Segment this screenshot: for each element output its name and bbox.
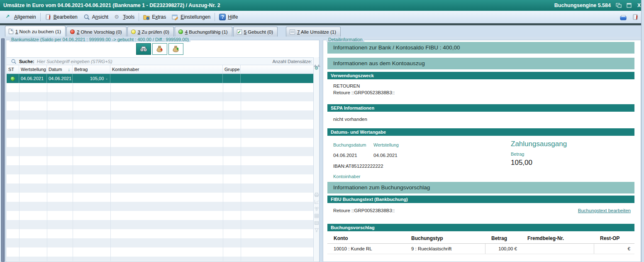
column-header-datum[interactable]: Datum↓ [47, 65, 73, 73]
sepa-header: SEPA Informationen [327, 104, 634, 112]
bv-table-row[interactable]: 10010 : Kunde RL 9 : Ruecklastschrift 10… [327, 244, 634, 254]
bv-col-betrag: Betrag [485, 233, 521, 243]
payments-in-button[interactable] [168, 43, 183, 55]
edit-notebook-icon [45, 14, 51, 20]
window-switch-icon[interactable] [616, 3, 622, 8]
search-label: Suche: [19, 59, 34, 64]
bv-cell-konto: 10010 : Kunde RL [327, 244, 405, 254]
titlebar: Umsätze in Euro vom 04.06.2021-04.06.202… [0, 0, 644, 11]
tab-label: 4 Buchungsfähig (1) [185, 29, 228, 34]
search-icon [11, 59, 17, 64]
bv-col-fremdbeleg: Fremdbeleg-Nr. [521, 233, 594, 243]
table-side-strip: ⚙ [313, 57, 319, 261]
kontoinhaber-label: Kontoinhaber [333, 174, 360, 179]
buchungsdatum-value: 04.06.2021 [333, 153, 357, 158]
verwendungszweck-header: Verwendungszweck [327, 72, 634, 79]
edit-booking-text-link[interactable]: Buchungstext bearbeiten [578, 208, 631, 213]
menu-tools[interactable]: ⚙ Tools [111, 12, 137, 22]
bv-table-header: Konto Buchungstyp Betrag Fremdbeleg-Nr. … [327, 233, 634, 244]
betrag-label: Betrag [511, 152, 524, 157]
notebook-icon [632, 14, 639, 20]
buchungsvorschlag-table: Konto Buchungstyp Betrag Fremdbeleg-Nr. … [327, 233, 634, 254]
bank-info-bar: Informationen zur Bank / Kontosaldo FIBU… [327, 42, 634, 54]
menu-ansicht[interactable]: Ansicht [80, 12, 111, 22]
chart-icon[interactable] [314, 199, 319, 204]
yellow-ball-icon [131, 29, 136, 34]
table-row-selected[interactable]: 04.06.2021 04.06.2021 105,00- [7, 74, 314, 83]
sepa-value: nicht vorhanden [333, 117, 367, 122]
tab-strip: 1 Noch zu buchen (1) 2 Ohne Vorschlag (0… [0, 25, 644, 37]
list-icon [290, 29, 295, 34]
cell-wertstellung: 04.06.2021 [19, 74, 47, 83]
tab-noch-zu-buchen[interactable]: 1 Noch zu buchen (1) [5, 26, 66, 37]
print-icon[interactable] [314, 192, 319, 197]
tab-label: 1 Noch zu buchen (1) [15, 29, 61, 34]
bv-cell-restop: € [594, 244, 634, 254]
column-header-gruppe[interactable]: Gruppe [223, 65, 241, 73]
tab-ohne-vorschlag[interactable]: 2 Ohne Vorschlag (0) [66, 27, 127, 37]
fibu-header: FIBU Buchungstext (Bankbuchung) [327, 196, 634, 203]
magnifier-icon [83, 14, 90, 20]
column-header-wertstellung[interactable]: Wertstellung [19, 65, 47, 73]
iban-value: IBAN:AT851222222222 [333, 164, 383, 169]
maximize-icon[interactable] [627, 3, 632, 8]
menu-einstellungen[interactable]: Einstellungen [169, 12, 213, 22]
bankumsaetze-group-label: Bankumsätze (Saldo per 04.06.2021 : 9999… [10, 37, 190, 42]
buchungsdatum-label: Buchungsdatum [333, 142, 366, 147]
gears-icon: ⚙ [114, 14, 121, 20]
buchungsvorschlag-header: Buchungsvorschlag [327, 224, 634, 231]
left-splitter-handle[interactable] [1, 38, 5, 262]
menu-label-part: Extras [152, 14, 166, 20]
disabled-toolbar [314, 192, 319, 233]
table-icon[interactable] [314, 220, 319, 225]
notebook-button[interactable] [629, 12, 642, 22]
tab-gebucht[interactable]: ✓ 5 Gebucht (0) [233, 27, 278, 37]
sort-descending-icon: ↓ [68, 67, 70, 72]
menu-label-part: Allgemein [14, 14, 36, 20]
app-version-label: Buchungsengine 5.584 [554, 2, 611, 8]
cell-gruppe [223, 74, 241, 83]
fibu-text: Retoure ::GRP00523B38B3:: [333, 208, 395, 213]
menu-bearbeiten[interactable]: Bearbeiten [42, 12, 80, 22]
tab-label: 7 Alle Umsätze (1) [297, 29, 336, 34]
folder-extras-icon [143, 14, 150, 20]
column-header-kontoinhaber[interactable]: Kontoinhaber [110, 65, 223, 73]
empty-rows-area [7, 83, 314, 261]
menu-allgemein[interactable]: ↗ Allgemein [2, 12, 39, 22]
bv-col-buchungstyp: Buchungstyp [405, 233, 485, 243]
betrag-value: 105,00 [511, 159, 532, 167]
red-ball-icon [70, 29, 75, 34]
tab-zu-pruefen[interactable]: 3 Zu prüfen (0) [127, 27, 174, 37]
menu-separator [40, 13, 41, 21]
column-header-betrag[interactable]: Betrag [73, 65, 110, 73]
menu-hilfe[interactable]: ? Hilfe [216, 12, 241, 22]
gear-icon[interactable]: ⚙ [314, 66, 319, 71]
checkbox-icon: ✓ [237, 29, 242, 34]
payments-out-button[interactable] [152, 43, 167, 55]
status-green-ball-icon [10, 76, 15, 81]
cell-kontoinhaber [110, 74, 223, 83]
search-input[interactable] [37, 59, 273, 64]
detail-panel: Detailinformation Informationen zur Bank… [323, 40, 641, 262]
cell-filler [241, 74, 314, 83]
group-circles-icon[interactable] [314, 206, 319, 211]
help-icon: ? [219, 14, 226, 20]
menu-label-part: Bearbeiten [54, 14, 78, 20]
close-icon[interactable]: X [637, 3, 641, 8]
tab-buchungsfaehig[interactable]: 4 Buchungsfähig (1) [175, 27, 232, 37]
show-all-binoculars-button[interactable] [136, 43, 151, 55]
moneybag-green-arrow-icon [172, 46, 180, 52]
column-header-filler [241, 65, 314, 73]
column-header-st[interactable]: ST [7, 65, 19, 73]
binoculars-icon [140, 46, 147, 52]
drawer-icon [620, 14, 626, 20]
grid-icon[interactable] [314, 213, 319, 218]
menu-extras[interactable]: Extras [140, 12, 169, 22]
verwendungszweck-line1: RETOUREN [333, 83, 360, 88]
tab-label: 3 Zu prüfen (0) [138, 29, 169, 34]
bv-cell-betrag: 100,00 € [485, 244, 521, 254]
drawer-button[interactable] [617, 12, 629, 22]
tab-alle-umsaetze[interactable]: 7 Alle Umsätze (1) [286, 27, 341, 37]
bv-cell-buchungstyp: 9 : Ruecklastschrift [405, 244, 485, 254]
filter-funnel-icon[interactable] [314, 228, 319, 233]
